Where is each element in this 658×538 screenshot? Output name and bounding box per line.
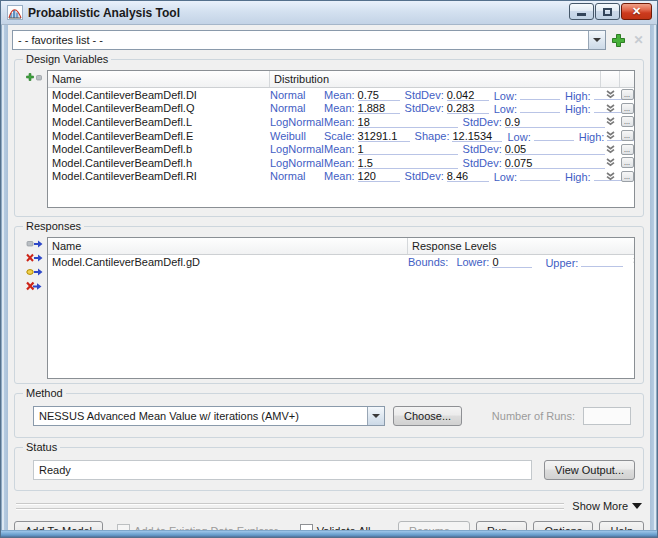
method-combobox[interactable]: NESSUS Advanced Mean Value w/ iterations…: [33, 406, 385, 426]
variable-name[interactable]: Model.CantileverBeamDefl.E: [48, 130, 270, 142]
distribution-type[interactable]: LogNormal: [270, 157, 324, 169]
maximize-button[interactable]: [595, 3, 620, 20]
param-value-field[interactable]: 0: [492, 256, 532, 268]
row-options-button[interactable]: ...: [621, 89, 634, 100]
param-value-field[interactable]: 1.888: [358, 102, 400, 114]
minimize-button[interactable]: [569, 3, 594, 20]
variable-name[interactable]: Model.CantileverBeamDefl.DI: [48, 89, 270, 101]
param-value-field[interactable]: 1: [358, 143, 458, 155]
variable-name[interactable]: Model.CantileverBeamDefl.RI: [48, 170, 270, 182]
param-label: Lower:: [456, 256, 489, 268]
triangle-down-icon: [632, 503, 642, 509]
table-row[interactable]: Model.CantileverBeamDefl.RI Normal Mean:…: [48, 170, 634, 184]
table-row[interactable]: Model.CantileverBeamDefl.Q Normal Mean:1…: [48, 102, 634, 116]
param-value-field[interactable]: 0.9: [505, 116, 605, 128]
show-more-divider: Show More: [16, 499, 642, 512]
param-value-field[interactable]: [581, 255, 623, 267]
minimize-icon: [577, 13, 586, 16]
window-border-right: [650, 25, 657, 530]
double-chevron-down-icon[interactable]: [605, 131, 616, 140]
row-options-button[interactable]: ...: [621, 103, 634, 114]
distribution-type[interactable]: Normal: [270, 170, 324, 182]
choose-button[interactable]: Choose...: [393, 406, 462, 426]
design-variables-table: Name Distribution Model.CantileverBeamDe…: [47, 70, 635, 208]
variable-name[interactable]: Model.CantileverBeamDefl.L: [48, 116, 270, 128]
param-value-field[interactable]: 120: [358, 170, 400, 182]
param-label: StdDev:: [463, 143, 502, 155]
param-value-field[interactable]: [520, 88, 560, 100]
double-chevron-down-icon[interactable]: [605, 104, 616, 113]
client-area: - - favorites list - - ✕ Design Variable…: [8, 25, 650, 530]
dropdown-arrow-icon: [593, 38, 601, 42]
param-value-field[interactable]: 0.05: [505, 143, 605, 155]
param-value-field[interactable]: 8.46: [447, 170, 489, 182]
param-value-field[interactable]: 0.042: [447, 89, 489, 101]
responses-label: Responses: [23, 220, 84, 232]
param-value-field[interactable]: 1.5: [358, 157, 458, 169]
remove-all-responses-icon[interactable]: [26, 281, 43, 291]
favorites-combobox-value[interactable]: - - favorites list - -: [13, 31, 588, 49]
variable-name[interactable]: Model.CantileverBeamDefl.h: [48, 157, 270, 169]
table-row[interactable]: Model.CantileverBeamDefl.gD Bounds: Lowe…: [48, 255, 634, 269]
distribution-type[interactable]: LogNormal: [270, 143, 324, 155]
insert-response-icon[interactable]: [26, 239, 43, 249]
view-output-button[interactable]: View Output...: [544, 460, 635, 480]
distribution-type[interactable]: Normal: [270, 102, 324, 114]
double-chevron-down-icon[interactable]: [605, 145, 616, 154]
double-chevron-down-icon[interactable]: [605, 158, 616, 167]
param-label: Low:: [494, 90, 517, 102]
run-button[interactable]: Run...: [476, 521, 527, 531]
table-row[interactable]: Model.CantileverBeamDefl.DI Normal Mean:…: [48, 88, 634, 102]
options-button[interactable]: Options: [533, 521, 593, 531]
add-variable-icon[interactable]: [26, 72, 43, 83]
resume-button: Resume...: [398, 521, 470, 531]
double-chevron-down-icon[interactable]: [605, 117, 616, 126]
double-chevron-down-icon[interactable]: [605, 172, 616, 181]
favorites-dropdown-button[interactable]: [588, 31, 605, 49]
distribution-type[interactable]: Normal: [270, 89, 324, 101]
favorites-combobox[interactable]: - - favorites list - -: [12, 30, 606, 50]
param-value-field[interactable]: 0.283: [447, 102, 489, 114]
double-chevron-down-icon[interactable]: [605, 90, 616, 99]
param-value-field[interactable]: 0.075: [505, 157, 605, 169]
help-button[interactable]: Help: [599, 521, 644, 531]
param-value-field[interactable]: 31291.1: [358, 130, 410, 142]
gray-x-icon: ✕: [631, 33, 646, 48]
distribution-type[interactable]: Weibull: [270, 130, 324, 142]
param-label: StdDev:: [463, 157, 502, 169]
distribution-type[interactable]: LogNormal: [270, 116, 324, 128]
table-row[interactable]: Model.CantileverBeamDefl.h LogNormal Mea…: [48, 156, 634, 170]
show-more-toggle[interactable]: Show More: [572, 500, 642, 512]
table-row[interactable]: Model.CantileverBeamDefl.L LogNormal Mea…: [48, 115, 634, 129]
method-dropdown-button[interactable]: [367, 407, 384, 425]
edit-response-icon[interactable]: [26, 267, 43, 277]
title-bar[interactable]: Probabilistic Analysis Tool ✕: [1, 1, 657, 25]
param-value-field[interactable]: 12.1534: [452, 130, 502, 142]
status-label: Status: [23, 441, 60, 453]
table-row[interactable]: Model.CantileverBeamDefl.E Weibull Scale…: [48, 129, 634, 143]
row-options-button[interactable]: ...: [621, 116, 634, 127]
double-chevron-down-icon[interactable]: [632, 257, 635, 266]
app-window: Probabilistic Analysis Tool ✕ - - favori…: [0, 0, 658, 538]
number-of-runs-label: Number of Runs:: [492, 410, 575, 422]
response-name[interactable]: Model.CantileverBeamDefl.gD: [48, 256, 408, 268]
bounds-label[interactable]: Bounds:: [408, 256, 448, 268]
param-value-field[interactable]: [520, 101, 560, 113]
param-value-field[interactable]: [520, 169, 560, 181]
row-options-button[interactable]: ...: [621, 171, 634, 182]
method-combobox-value[interactable]: NESSUS Advanced Mean Value w/ iterations…: [34, 407, 367, 425]
row-options-button[interactable]: ...: [621, 144, 634, 155]
close-button[interactable]: ✕: [621, 3, 652, 20]
variable-name[interactable]: Model.CantileverBeamDefl.b: [48, 143, 270, 155]
param-value-field[interactable]: 0.75: [358, 89, 400, 101]
responses-table-header: Name Response Levels: [48, 238, 634, 255]
green-plus-icon[interactable]: [611, 33, 626, 48]
row-options-button[interactable]: ...: [621, 130, 634, 141]
delete-response-icon[interactable]: [26, 253, 43, 263]
table-row[interactable]: Model.CantileverBeamDefl.b LogNormal Mea…: [48, 142, 634, 156]
row-options-button[interactable]: ...: [621, 157, 634, 168]
add-to-model-button[interactable]: Add To Model: [14, 521, 103, 531]
param-value-field[interactable]: [534, 129, 574, 141]
variable-name[interactable]: Model.CantileverBeamDefl.Q: [48, 102, 270, 114]
param-value-field[interactable]: 18: [358, 116, 458, 128]
